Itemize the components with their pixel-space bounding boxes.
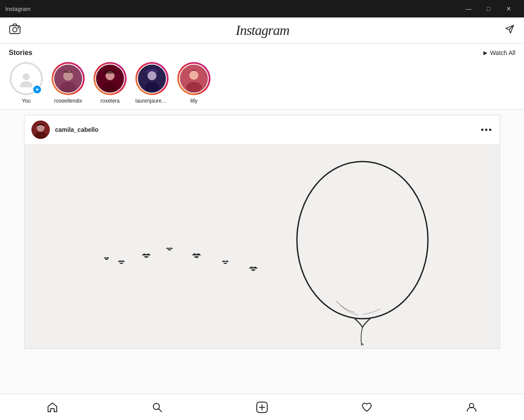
story-ring-lauren	[135, 62, 169, 95]
svg-line-24	[159, 409, 162, 412]
post-image	[24, 144, 500, 348]
stories-header: Stories ▶ Watch All	[9, 49, 515, 57]
svg-rect-21	[31, 144, 493, 348]
watch-all-button[interactable]: ▶ Watch All	[483, 49, 515, 56]
story-ring-roxetera	[93, 62, 127, 95]
window-controls: — □ ✕	[458, 0, 519, 17]
story-avatar-wrapper-lauren	[135, 62, 169, 95]
app-container: Instagram Stories ▶ Watch All	[0, 17, 524, 420]
add-nav-button[interactable]	[252, 397, 272, 418]
story-ring-lilly	[177, 62, 210, 95]
post: camila_cabello •••	[24, 115, 500, 349]
titlebar: Instagram — □ ✕	[0, 0, 524, 17]
svg-rect-11	[103, 70, 117, 74]
story-ring-rose	[52, 62, 85, 95]
story-username-rose: roseellendix	[54, 98, 82, 104]
story-username-roxetera: roxetera	[100, 98, 120, 104]
story-avatar-wrapper-lilly	[177, 62, 210, 95]
story-avatar-lauren	[137, 64, 167, 93]
post-user-avatar	[31, 120, 50, 139]
story-item-roxetera[interactable]: roxetera	[93, 62, 128, 104]
story-avatar-wrapper-rose	[52, 62, 85, 95]
balloon-sketch-svg	[31, 144, 493, 348]
stories-section: Stories ▶ Watch All + You	[0, 44, 524, 110]
story-item-roseellendix[interactable]: roseellendix	[51, 62, 86, 104]
story-username-lauren: laurenjaureg...	[135, 98, 169, 104]
stories-title: Stories	[9, 49, 32, 57]
stories-list: + You	[9, 62, 515, 104]
story-avatar-wrapper-roxetera	[93, 62, 127, 95]
search-nav-button[interactable]	[147, 397, 168, 418]
story-username-you: You	[22, 98, 31, 104]
profile-nav-button[interactable]	[461, 397, 482, 418]
send-icon[interactable]	[504, 24, 515, 38]
svg-point-16	[190, 71, 199, 80]
story-item-laurenjaureg[interactable]: laurenjaureg...	[134, 62, 169, 104]
svg-point-10	[103, 82, 117, 93]
svg-point-17	[186, 82, 202, 93]
story-avatar-wrapper-you: +	[10, 62, 43, 95]
story-avatar-roxetera	[95, 64, 125, 93]
play-icon: ▶	[483, 50, 487, 56]
heart-nav-button[interactable]	[356, 397, 377, 418]
svg-point-13	[148, 71, 157, 80]
post-more-button[interactable]: •••	[481, 125, 493, 135]
post-header: camila_cabello •••	[24, 115, 500, 144]
close-button[interactable]: ✕	[499, 0, 519, 17]
app-title: Instagram	[5, 6, 31, 12]
story-username-lilly: lilly	[190, 98, 198, 104]
top-header: Instagram	[0, 17, 524, 44]
post-header-left: camila_cabello	[31, 120, 99, 139]
story-avatar-lilly	[179, 64, 209, 93]
svg-point-7	[60, 82, 76, 93]
svg-point-1	[13, 28, 17, 32]
story-item-you[interactable]: + You	[9, 62, 44, 104]
svg-point-2	[18, 27, 19, 28]
maximize-button[interactable]: □	[479, 0, 499, 17]
add-story-button[interactable]: +	[32, 85, 42, 94]
svg-point-14	[145, 82, 159, 93]
camera-icon[interactable]	[9, 23, 21, 38]
home-nav-button[interactable]	[42, 397, 63, 418]
feed: camila_cabello •••	[0, 110, 524, 394]
bottom-navigation	[0, 394, 524, 420]
app-logo: Instagram	[236, 22, 290, 38]
minimize-button[interactable]: —	[458, 0, 479, 17]
story-avatar-rose	[53, 64, 83, 93]
post-username: camila_cabello	[55, 126, 99, 133]
svg-point-4	[20, 81, 32, 87]
svg-point-3	[23, 73, 30, 80]
watch-all-label: Watch All	[490, 49, 515, 56]
story-item-lilly[interactable]: lilly	[176, 62, 211, 104]
